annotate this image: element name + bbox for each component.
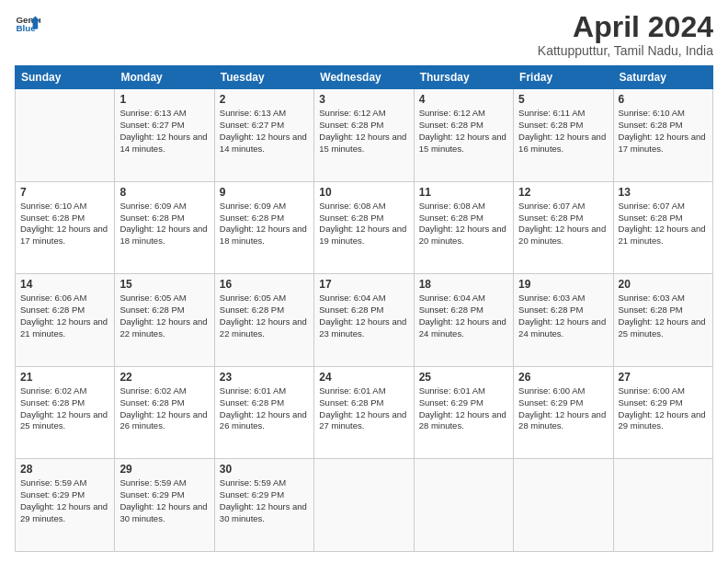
day-info: Sunrise: 6:03 AM Sunset: 6:28 PM Dayligh… [619,293,708,339]
day-info: Sunrise: 6:05 AM Sunset: 6:28 PM Dayligh… [119,293,209,339]
calendar-header-row: SundayMondayTuesdayWednesdayThursdayFrid… [16,66,713,89]
day-number: 26 [518,371,608,384]
calendar-cell: 24Sunrise: 6:01 AM Sunset: 6:28 PM Dayli… [314,366,414,459]
day-info: Sunrise: 6:00 AM Sunset: 6:29 PM Dayligh… [619,385,708,432]
day-number: 23 [220,371,309,384]
day-number: 17 [319,278,408,291]
day-number: 22 [119,371,209,384]
day-info: Sunrise: 6:04 AM Sunset: 6:28 PM Dayligh… [419,293,508,339]
day-number: 9 [220,186,309,199]
calendar-cell: 30Sunrise: 5:59 AM Sunset: 6:29 PM Dayli… [214,459,313,552]
calendar-cell: 28Sunrise: 5:59 AM Sunset: 6:29 PM Dayli… [16,459,115,552]
calendar-cell: 12Sunrise: 6:07 AM Sunset: 6:28 PM Dayli… [514,181,613,274]
day-number: 30 [220,463,309,476]
day-info: Sunrise: 6:07 AM Sunset: 6:28 PM Dayligh… [619,201,708,247]
day-number: 29 [119,463,209,476]
day-number: 11 [419,186,508,199]
calendar-cell: 16Sunrise: 6:05 AM Sunset: 6:28 PM Dayli… [214,274,313,367]
calendar-week-row: 21Sunrise: 6:02 AM Sunset: 6:28 PM Dayli… [16,366,713,459]
day-number: 27 [619,371,708,384]
day-info: Sunrise: 6:09 AM Sunset: 6:28 PM Dayligh… [119,201,209,247]
calendar-day-header: Thursday [414,66,513,89]
calendar-cell: 22Sunrise: 6:02 AM Sunset: 6:28 PM Dayli… [115,366,214,459]
calendar-cell: 7Sunrise: 6:10 AM Sunset: 6:28 PM Daylig… [16,181,115,274]
day-number: 7 [20,186,109,199]
calendar-cell: 25Sunrise: 6:01 AM Sunset: 6:29 PM Dayli… [414,366,513,459]
day-info: Sunrise: 6:09 AM Sunset: 6:28 PM Dayligh… [220,201,309,247]
calendar-week-row: 7Sunrise: 6:10 AM Sunset: 6:28 PM Daylig… [16,181,713,274]
page: General Blue April 2024 Kattupputtur, Ta… [0,0,728,563]
day-number: 5 [518,93,608,106]
day-number: 16 [220,278,309,291]
calendar-cell: 14Sunrise: 6:06 AM Sunset: 6:28 PM Dayli… [16,274,115,367]
calendar-day-header: Tuesday [214,66,313,89]
day-number: 20 [619,278,708,291]
day-number: 2 [220,93,309,106]
title-block: April 2024 Kattupputtur, Tamil Nadu, Ind… [538,11,713,58]
calendar-cell: 1Sunrise: 6:13 AM Sunset: 6:27 PM Daylig… [115,89,214,182]
calendar-cell: 19Sunrise: 6:03 AM Sunset: 6:28 PM Dayli… [514,274,613,367]
header: General Blue April 2024 Kattupputtur, Ta… [15,11,713,58]
calendar: SundayMondayTuesdayWednesdayThursdayFrid… [15,65,713,552]
calendar-cell: 29Sunrise: 5:59 AM Sunset: 6:29 PM Dayli… [115,459,214,552]
day-number: 1 [119,93,209,106]
day-number: 12 [518,186,608,199]
calendar-cell: 10Sunrise: 6:08 AM Sunset: 6:28 PM Dayli… [314,181,414,274]
day-info: Sunrise: 6:07 AM Sunset: 6:28 PM Dayligh… [518,201,608,247]
calendar-cell [314,459,414,552]
calendar-cell: 27Sunrise: 6:00 AM Sunset: 6:29 PM Dayli… [613,366,712,459]
day-number: 21 [20,371,109,384]
calendar-cell: 18Sunrise: 6:04 AM Sunset: 6:28 PM Dayli… [414,274,513,367]
calendar-cell: 15Sunrise: 6:05 AM Sunset: 6:28 PM Dayli… [115,274,214,367]
day-number: 14 [20,278,109,291]
calendar-day-header: Saturday [613,66,712,89]
calendar-cell: 23Sunrise: 6:01 AM Sunset: 6:28 PM Dayli… [214,366,313,459]
day-number: 10 [319,186,408,199]
calendar-cell: 4Sunrise: 6:12 AM Sunset: 6:28 PM Daylig… [414,89,513,182]
calendar-day-header: Monday [115,66,214,89]
day-info: Sunrise: 6:01 AM Sunset: 6:28 PM Dayligh… [220,385,309,432]
day-info: Sunrise: 5:59 AM Sunset: 6:29 PM Dayligh… [20,477,109,524]
day-info: Sunrise: 6:10 AM Sunset: 6:28 PM Dayligh… [20,201,109,247]
calendar-cell [613,459,712,552]
calendar-week-row: 14Sunrise: 6:06 AM Sunset: 6:28 PM Dayli… [16,274,713,367]
logo: General Blue [15,11,40,37]
day-number: 24 [319,371,408,384]
day-number: 18 [419,278,508,291]
day-info: Sunrise: 6:02 AM Sunset: 6:28 PM Dayligh… [20,385,109,432]
day-info: Sunrise: 6:02 AM Sunset: 6:28 PM Dayligh… [119,385,209,432]
calendar-day-header: Friday [514,66,613,89]
day-number: 25 [419,371,508,384]
day-info: Sunrise: 6:03 AM Sunset: 6:28 PM Dayligh… [518,293,608,339]
day-info: Sunrise: 6:04 AM Sunset: 6:28 PM Dayligh… [319,293,408,339]
day-info: Sunrise: 6:13 AM Sunset: 6:27 PM Dayligh… [119,108,209,155]
main-title: April 2024 [538,11,713,43]
calendar-cell: 5Sunrise: 6:11 AM Sunset: 6:28 PM Daylig… [514,89,613,182]
calendar-week-row: 28Sunrise: 5:59 AM Sunset: 6:29 PM Dayli… [16,459,713,552]
day-info: Sunrise: 5:59 AM Sunset: 6:29 PM Dayligh… [119,477,209,524]
calendar-cell: 20Sunrise: 6:03 AM Sunset: 6:28 PM Dayli… [613,274,712,367]
day-number: 6 [619,93,708,106]
calendar-cell [514,459,613,552]
day-info: Sunrise: 6:00 AM Sunset: 6:29 PM Dayligh… [518,385,608,432]
day-info: Sunrise: 6:08 AM Sunset: 6:28 PM Dayligh… [319,201,408,247]
day-number: 8 [119,186,209,199]
calendar-cell: 11Sunrise: 6:08 AM Sunset: 6:28 PM Dayli… [414,181,513,274]
day-info: Sunrise: 6:05 AM Sunset: 6:28 PM Dayligh… [220,293,309,339]
day-info: Sunrise: 6:12 AM Sunset: 6:28 PM Dayligh… [319,108,408,155]
day-info: Sunrise: 6:10 AM Sunset: 6:28 PM Dayligh… [619,108,708,155]
day-info: Sunrise: 6:01 AM Sunset: 6:29 PM Dayligh… [419,385,508,432]
calendar-cell: 2Sunrise: 6:13 AM Sunset: 6:27 PM Daylig… [214,89,313,182]
calendar-cell [414,459,513,552]
calendar-day-header: Sunday [16,66,115,89]
calendar-cell: 8Sunrise: 6:09 AM Sunset: 6:28 PM Daylig… [115,181,214,274]
day-info: Sunrise: 6:08 AM Sunset: 6:28 PM Dayligh… [419,201,508,247]
day-number: 28 [20,463,109,476]
day-info: Sunrise: 6:13 AM Sunset: 6:27 PM Dayligh… [220,108,309,155]
day-info: Sunrise: 6:06 AM Sunset: 6:28 PM Dayligh… [20,293,109,339]
day-number: 19 [518,278,608,291]
calendar-cell: 9Sunrise: 6:09 AM Sunset: 6:28 PM Daylig… [214,181,313,274]
day-info: Sunrise: 6:11 AM Sunset: 6:28 PM Dayligh… [518,108,608,155]
calendar-cell: 6Sunrise: 6:10 AM Sunset: 6:28 PM Daylig… [613,89,712,182]
calendar-cell [16,89,115,182]
